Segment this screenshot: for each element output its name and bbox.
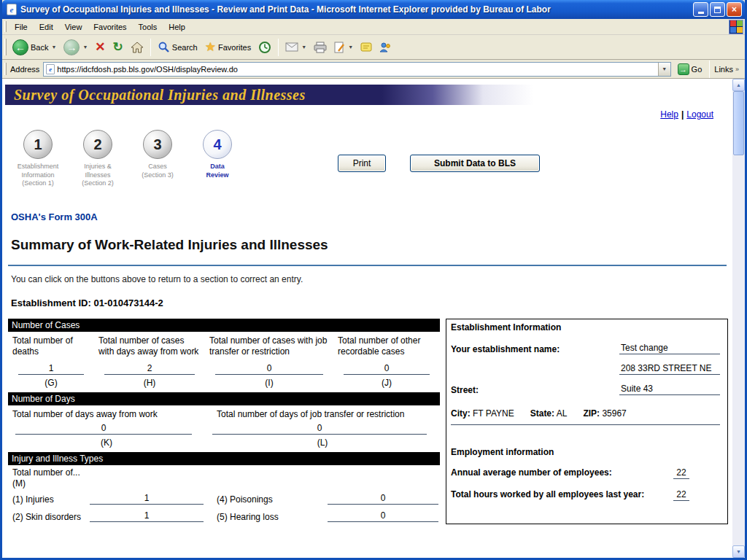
zip-label: ZIP: — [583, 408, 600, 419]
step-2-circle: 2 — [83, 130, 112, 159]
menu-file[interactable]: File — [9, 20, 34, 34]
column-letter: (K) — [8, 435, 205, 452]
section-header-injury-types: Injury and Illness Types — [8, 452, 440, 465]
web-page: Survey of Occupational Injuries and Illn… — [2, 79, 732, 558]
street-line2-row: Street: Suite 43 — [451, 384, 720, 395]
grip-handle — [4, 63, 7, 76]
column-letter: (I) — [205, 375, 333, 392]
print-button-toolbar[interactable] — [310, 37, 330, 58]
submit-data-button[interactable]: Submit Data to BLS — [410, 155, 540, 172]
address-field-frame: e ▼ — [43, 62, 670, 77]
injury-row: (4) Poisonings 0 — [205, 493, 440, 505]
action-buttons: Print Submit Data to BLS — [338, 155, 540, 172]
field-label: Street: — [451, 385, 619, 395]
column-label: Total number of days of job transfer or … — [205, 405, 440, 421]
summary-content: Number of Cases Total number of deaths T… — [8, 319, 728, 524]
home-button[interactable] — [127, 37, 147, 58]
menu-edit[interactable]: Edit — [34, 20, 59, 34]
hearing-loss-value: 0 — [328, 510, 438, 522]
days-transfer-value: 0 — [212, 423, 427, 435]
number-of-cases-table: Total number of deaths Total number of c… — [8, 332, 440, 392]
edit-button[interactable]: ▼ — [330, 37, 357, 58]
wizard-steps: 1 Establishment Information (Section 1) … — [2, 121, 732, 200]
street-line1-row: 208 33RD STREET NE — [451, 363, 720, 375]
messenger-button[interactable] — [376, 37, 395, 58]
maximize-icon — [714, 7, 721, 13]
favorites-button[interactable]: ★ Favorites — [201, 37, 255, 58]
employees-value: 22 — [673, 467, 689, 479]
edit-page-icon — [334, 42, 345, 53]
back-button[interactable]: ← Back ▼ — [9, 37, 60, 58]
address-input[interactable] — [57, 63, 657, 75]
establishment-id: Establishment ID: 01-010473144-2 — [11, 298, 732, 308]
menu-tools[interactable]: Tools — [133, 20, 163, 34]
menu-favorites[interactable]: Favorites — [88, 20, 132, 34]
discuss-button[interactable] — [357, 37, 376, 58]
stop-button[interactable]: ✕ — [91, 37, 109, 58]
browser-viewport: Survey of Occupational Injuries and Illn… — [2, 79, 745, 558]
scroll-down-button[interactable]: ▼ — [732, 545, 745, 558]
number-of-days-table: Total number of days away from work Tota… — [8, 405, 440, 452]
edit-dropdown-caret-icon: ▼ — [348, 44, 353, 50]
links-button[interactable]: Links » — [713, 65, 743, 74]
summary-tables: Number of Cases Total number of deaths T… — [8, 319, 440, 522]
step-3-label: Cases (Section 3) — [128, 163, 187, 179]
instruction-text: You can click on the buttons above to re… — [11, 274, 732, 284]
step-2-injuries-illnesses[interactable]: 2 Injuries & Illnesses (Section 2) — [68, 128, 128, 200]
section-header-number-of-days: Number of Days — [8, 392, 440, 405]
search-button[interactable]: Search — [154, 37, 201, 58]
scrollbar-thumb[interactable] — [733, 91, 744, 155]
menu-bar: File Edit View Favorites Tools Help — [2, 19, 745, 35]
city-label: City: — [451, 408, 471, 419]
go-arrow-icon: → — [678, 63, 689, 75]
history-icon — [258, 41, 271, 54]
discuss-icon — [360, 42, 372, 52]
search-icon — [158, 41, 170, 53]
column-letter: (H) — [94, 375, 205, 392]
injury-row: (2) Skin disorders 1 — [8, 510, 205, 522]
row-label: (2) Skin disorders — [8, 512, 90, 522]
page-title: Summary of Work-Related Injuries and Ill… — [11, 237, 732, 253]
step-4-data-review[interactable]: 4 Data Review — [187, 128, 247, 200]
section-header-number-of-cases: Number of Cases — [8, 319, 440, 332]
state-value: AL — [557, 408, 568, 419]
menu-help[interactable]: Help — [163, 20, 191, 34]
print-button[interactable]: Print — [338, 155, 386, 172]
column-label: Total number of cases with job transfer … — [205, 332, 333, 359]
mail-icon — [285, 42, 298, 52]
row-label: (1) Injuries — [8, 494, 90, 505]
city-value: FT PAYNE — [473, 408, 514, 419]
scroll-up-button[interactable]: ▲ — [732, 79, 745, 91]
address-bar: Address e ▼ → Go Links » — [2, 60, 745, 79]
forward-button[interactable]: → ▼ — [60, 37, 91, 58]
vertical-scrollbar: ▲ ▼ — [732, 79, 745, 558]
menu-view[interactable]: View — [59, 20, 88, 34]
forward-icon: → — [63, 39, 80, 55]
row-label: (5) Hearing loss — [205, 512, 328, 522]
mail-button[interactable]: ▼ — [282, 37, 310, 58]
field-label: Annual average number of employees: — [451, 467, 612, 478]
site-banner: Survey of Occupational Injuries and Illn… — [5, 85, 729, 105]
address-dropdown-button[interactable]: ▼ — [658, 63, 670, 76]
help-link[interactable]: Help — [660, 109, 678, 120]
maximize-button[interactable] — [710, 2, 725, 17]
establishment-name-value: Test change — [619, 343, 720, 354]
row-label: (4) Poisonings — [205, 494, 328, 505]
step-1-establishment-information[interactable]: 1 Establishment Information (Section 1) — [8, 128, 68, 200]
state-label: State: — [530, 408, 554, 419]
field-label: Your establishment name: — [451, 344, 619, 354]
history-button[interactable] — [255, 37, 275, 58]
step-4-label: Data Review — [187, 163, 247, 179]
minimize-button[interactable] — [693, 2, 708, 17]
refresh-button[interactable]: ↻ — [109, 37, 127, 58]
go-button[interactable]: → Go — [673, 62, 707, 77]
step-1-label: Establishment Information (Section 1) — [8, 163, 68, 188]
step-3-cases[interactable]: 3 Cases (Section 3) — [128, 128, 187, 200]
close-button[interactable]: × — [727, 2, 742, 17]
scrollbar-track[interactable] — [732, 155, 745, 545]
column-label: Total number of cases with days away fro… — [94, 332, 205, 359]
printer-icon — [314, 42, 327, 53]
panel-title: Establishment Information — [451, 322, 720, 332]
logout-link[interactable]: Logout — [686, 109, 713, 120]
link-separator: | — [681, 109, 684, 120]
